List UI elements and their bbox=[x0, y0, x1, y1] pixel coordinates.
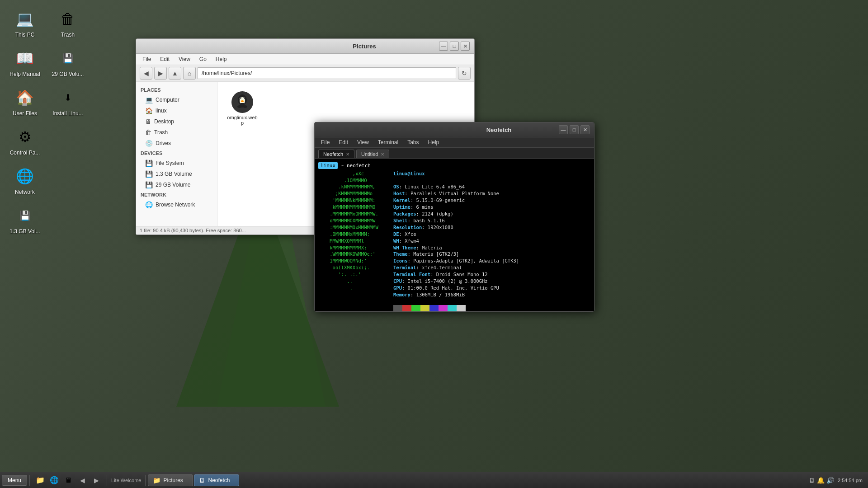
home-button[interactable]: ⌂ bbox=[183, 67, 196, 80]
pictures-taskbar-label: Pictures bbox=[163, 477, 183, 483]
desktop-icon-user-files[interactable]: 🏠 User Files bbox=[5, 83, 45, 120]
desktop-icon-trash[interactable]: 🗑 Trash bbox=[47, 5, 88, 42]
desktop-icon-this-pc[interactable]: 💻 This PC bbox=[5, 5, 45, 42]
fm-menu-view[interactable]: View bbox=[176, 55, 193, 63]
tab-untitled-close[interactable]: ✕ bbox=[381, 152, 384, 157]
quicklaunch-browser[interactable]: 🌐 bbox=[48, 474, 61, 487]
terminal-menu-bar: File Edit View Terminal Tabs Help bbox=[315, 137, 594, 148]
quicklaunch-terminal[interactable]: 🖥 bbox=[62, 474, 75, 487]
desktop-icon-29gb[interactable]: 💾 29 GB Volu... bbox=[47, 44, 88, 81]
tab-neofetch-close[interactable]: ✕ bbox=[346, 152, 349, 157]
file-manager-close-button[interactable]: ✕ bbox=[461, 42, 470, 51]
fm-menu-help[interactable]: Help bbox=[213, 55, 230, 63]
tray-volume-icon[interactable]: 🔊 bbox=[826, 477, 834, 484]
sidebar-item-computer[interactable]: 💻 Computer bbox=[136, 94, 217, 105]
system-tray: 🖥 🔔 🔊 2:54:54 pm bbox=[805, 477, 866, 484]
places-header: Places bbox=[136, 85, 217, 94]
term-menu-tabs[interactable]: Tabs bbox=[405, 138, 421, 146]
status-text: 1 file: 90.4 kB (90,430 bytes). Free spa… bbox=[140, 228, 246, 233]
fm-menu-edit[interactable]: Edit bbox=[157, 55, 172, 63]
tab-neofetch-label: Neofetch bbox=[323, 151, 343, 157]
terminal-close-button[interactable]: ✕ bbox=[580, 125, 590, 134]
1gb-icon: 💾 bbox=[14, 205, 36, 226]
sidebar-item-trash[interactable]: 🗑 Trash bbox=[136, 127, 217, 138]
user-files-label: User Files bbox=[13, 110, 37, 117]
file-manager-controls: — □ ✕ bbox=[439, 42, 470, 51]
quicklaunch-files[interactable]: 📁 bbox=[34, 474, 47, 487]
linux-home-icon: 🏠 bbox=[145, 107, 153, 114]
terminal-content-area[interactable]: linux ~ neofetch ,xXc .1OMMMMO .kNMMMMMM… bbox=[315, 159, 594, 311]
quick-launch: 📁 🌐 🖥 ◀ ▶ bbox=[32, 474, 104, 487]
address-bar[interactable]: /home/linux/Pictures/ bbox=[198, 67, 456, 79]
desktop-icon-network[interactable]: 🌐 Network bbox=[5, 162, 45, 199]
sidebar-item-29gb-volume[interactable]: 💾 29 GB Volume bbox=[136, 179, 217, 190]
network-label: Network bbox=[15, 189, 35, 195]
terminal-tabs-bar: Neofetch ✕ Untitled ✕ bbox=[315, 148, 594, 159]
help-manual-icon: 📖 bbox=[14, 47, 36, 69]
terminal-neofetch-output: ,xXc .1OMMMMO .kNMMMMMMMMM, ;KMMMMMMMMMM… bbox=[318, 170, 590, 311]
drives-sidebar-icon: 💿 bbox=[145, 140, 153, 147]
terminal-tilde: ~ bbox=[341, 163, 347, 169]
sidebar-item-1gb-volume[interactable]: 💾 1.3 GB Volume bbox=[136, 169, 217, 179]
tray-network-icon[interactable]: 🖥 bbox=[809, 477, 815, 484]
devices-header: Devices bbox=[136, 149, 217, 158]
refresh-button[interactable]: ↻ bbox=[458, 67, 471, 80]
forward-button[interactable]: ▶ bbox=[154, 67, 167, 80]
desktop-icon-help-manual[interactable]: 📖 Help Manual bbox=[5, 44, 45, 81]
29gb-icon: 💾 bbox=[57, 47, 79, 69]
fm-menu-go[interactable]: Go bbox=[197, 55, 209, 63]
sidebar-item-desktop[interactable]: 🖥 Desktop bbox=[136, 116, 217, 127]
back-button[interactable]: ◀ bbox=[140, 67, 152, 80]
browse-network-sidebar-label: Browse Network bbox=[156, 202, 195, 208]
terminal-minimize-button[interactable]: — bbox=[559, 125, 568, 134]
file-manager-menu-bar: File Edit View Go Help bbox=[136, 54, 474, 65]
file-item-omglinux[interactable]: omglinux.webp bbox=[224, 89, 260, 128]
desktop-icon-row-2: 🏠 User Files ⬇ Install Linu... bbox=[5, 83, 88, 120]
desktop: 💻 This PC 🗑 Trash 📖 Help Manual 💾 29 GB … bbox=[0, 0, 868, 488]
sidebar-item-linux-home[interactable]: 🏠 linux bbox=[136, 105, 217, 116]
desktop-sidebar-icon: 🖥 bbox=[145, 118, 151, 125]
tab-neofetch[interactable]: Neofetch ✕ bbox=[318, 150, 354, 158]
taskbar-button-neofetch[interactable]: 🖥 Neofetch bbox=[194, 474, 239, 486]
29gb-volume-sidebar-label: 29 GB Volume bbox=[156, 182, 190, 188]
terminal-maximize-button[interactable]: □ bbox=[570, 125, 579, 134]
neofetch-taskbar-icon: 🖥 bbox=[199, 477, 205, 484]
file-manager-sidebar: Places 💻 Computer 🏠 linux 🖥 Desktop 🗑 Tr… bbox=[136, 82, 217, 226]
terminal-prompt-line: linux ~ neofetch bbox=[318, 162, 590, 169]
neofetch-taskbar-label: Neofetch bbox=[208, 477, 230, 483]
fm-menu-file[interactable]: File bbox=[140, 55, 154, 63]
1gb-label: 1.3 GB Vol... bbox=[9, 228, 40, 235]
omglinux-icon bbox=[231, 91, 253, 113]
quicklaunch-arrow-left[interactable]: ◀ bbox=[76, 474, 89, 487]
trash-sidebar-label: Trash bbox=[154, 129, 168, 136]
tray-flag-icon: 🔔 bbox=[817, 477, 825, 484]
file-manager-minimize-button[interactable]: — bbox=[439, 42, 448, 51]
term-menu-file[interactable]: File bbox=[318, 138, 332, 146]
sidebar-item-drives[interactable]: 💿 Drives bbox=[136, 138, 217, 149]
address-text: /home/linux/Pictures/ bbox=[202, 70, 252, 76]
omglinux-filename: omglinux.webp bbox=[227, 115, 258, 126]
term-menu-terminal[interactable]: Terminal bbox=[375, 138, 401, 146]
sidebar-item-browse-network[interactable]: 🌐 Browse Network bbox=[136, 199, 217, 210]
install-linux-label: Install Linu... bbox=[52, 110, 83, 117]
term-menu-help[interactable]: Help bbox=[425, 138, 442, 146]
desktop-icon-install-linux[interactable]: ⬇ Install Linu... bbox=[47, 83, 88, 120]
desktop-icon-control-panel[interactable]: ⚙ Control Pa... bbox=[5, 122, 45, 160]
tab-untitled[interactable]: Untitled ✕ bbox=[356, 150, 389, 158]
tray-time: 2:54:54 pm bbox=[838, 478, 863, 483]
sidebar-item-filesystem[interactable]: 💾 File System bbox=[136, 158, 217, 169]
quicklaunch-arrow-right[interactable]: ▶ bbox=[90, 474, 103, 487]
desktop-icon-row-1: 📖 Help Manual 💾 29 GB Volu... bbox=[5, 44, 88, 81]
1gb-volume-sidebar-icon: 💾 bbox=[145, 170, 153, 178]
term-menu-view[interactable]: View bbox=[354, 138, 372, 146]
up-button[interactable]: ▲ bbox=[169, 67, 181, 80]
trash-icon: 🗑 bbox=[57, 8, 79, 30]
taskbar-separator-1 bbox=[29, 475, 30, 486]
desktop-icon-1gb[interactable]: 💾 1.3 GB Vol... bbox=[5, 201, 45, 238]
terminal-command: neofetch bbox=[347, 163, 371, 169]
file-manager-maximize-button[interactable]: □ bbox=[450, 42, 459, 51]
taskbar-button-pictures[interactable]: 📁 Pictures bbox=[148, 474, 193, 486]
term-menu-edit[interactable]: Edit bbox=[336, 138, 351, 146]
start-menu-button[interactable]: Menu bbox=[2, 475, 27, 486]
trash-sidebar-icon: 🗑 bbox=[145, 129, 151, 136]
